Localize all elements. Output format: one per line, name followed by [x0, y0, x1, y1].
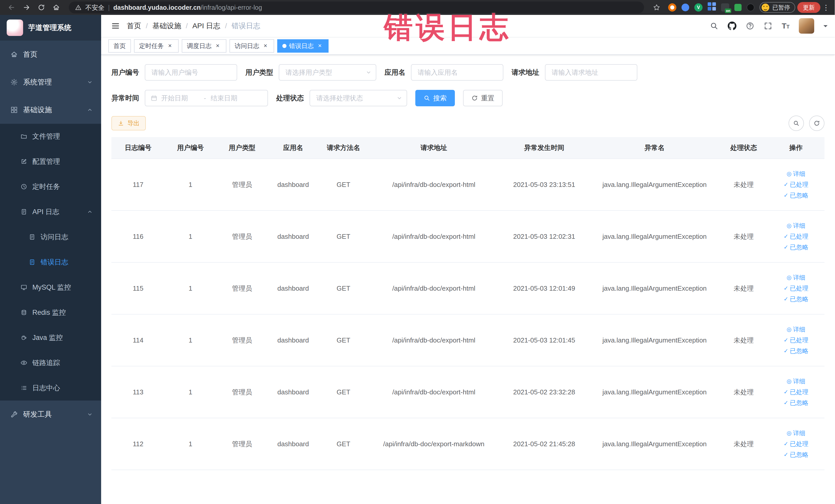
- action-ignore[interactable]: ✓已忽略: [784, 190, 808, 200]
- breadcrumb-infra[interactable]: 基础设施: [152, 21, 181, 31]
- user-id-input[interactable]: [145, 64, 237, 81]
- back-button[interactable]: [5, 1, 18, 14]
- tab-home[interactable]: 首页: [108, 39, 131, 53]
- action-ignore[interactable]: ✓已忽略: [784, 242, 808, 252]
- action-processed[interactable]: ✓已处理: [784, 387, 808, 397]
- breadcrumb-home[interactable]: 首页: [127, 21, 141, 31]
- sidebar-item-access-log[interactable]: 访问日志: [0, 224, 101, 249]
- profile-paused-button[interactable]: 已暂停: [759, 2, 795, 13]
- sidebar-item-error-log[interactable]: 错误日志: [0, 249, 101, 275]
- address-bar[interactable]: 不安全 | dashboard.yudao.iocoder.cn/infra/l…: [69, 2, 644, 13]
- sidebar-item-infra[interactable]: 基础设施: [0, 96, 101, 124]
- action-detail[interactable]: ◎详细: [787, 377, 805, 386]
- app-name-input[interactable]: [411, 64, 503, 81]
- tab-schedule-log[interactable]: 调度日志: [182, 39, 226, 53]
- browser-menu-icon[interactable]: ⋮: [822, 3, 830, 12]
- extension-leaf-icon[interactable]: [734, 4, 741, 11]
- font-size-icon[interactable]: TT: [781, 22, 790, 30]
- sidebar-logo-row[interactable]: 芋道管理系统: [0, 15, 101, 41]
- sidebar-item-log-center[interactable]: 日志中心: [0, 375, 101, 401]
- close-icon[interactable]: [316, 42, 323, 49]
- end-date-input[interactable]: [211, 94, 249, 102]
- action-detail[interactable]: ◎详细: [787, 428, 805, 438]
- search-icon: [424, 95, 430, 101]
- reload-button[interactable]: [35, 1, 48, 14]
- action-processed[interactable]: ✓已处理: [784, 439, 808, 449]
- check-icon: ✓: [784, 398, 788, 408]
- close-icon[interactable]: [214, 42, 221, 49]
- tab-scheduled-job[interactable]: 定时任务: [134, 39, 179, 53]
- action-processed[interactable]: ✓已处理: [784, 231, 808, 241]
- search-icon[interactable]: [710, 22, 718, 30]
- chrome-update-button[interactable]: 更新: [797, 2, 820, 13]
- search-button[interactable]: 搜索: [415, 90, 455, 106]
- action-detail[interactable]: ◎详细: [787, 169, 805, 179]
- extension-blue-icon[interactable]: [681, 4, 689, 11]
- extension-grid-icon[interactable]: [708, 2, 711, 6]
- tab-access-log[interactable]: 访问日志: [229, 39, 274, 53]
- sidebar-item-java-monitor[interactable]: Java 监控: [0, 325, 101, 350]
- sidebar-item-dev-tools[interactable]: 研发工具: [0, 401, 101, 428]
- process-status-select-input[interactable]: [309, 90, 407, 106]
- bookmark-star-icon[interactable]: [650, 1, 663, 14]
- export-button[interactable]: 导出: [111, 116, 146, 130]
- check-icon: ✓: [784, 439, 788, 449]
- check-icon: ✓: [784, 294, 788, 304]
- tab-error-log[interactable]: 错误日志: [277, 39, 329, 53]
- avatar[interactable]: [799, 18, 814, 34]
- extension-orange-icon[interactable]: [668, 3, 676, 12]
- action-detail[interactable]: ◎详细: [787, 221, 805, 230]
- sidebar-item-api-log[interactable]: API 日志: [0, 199, 101, 224]
- home-button[interactable]: [50, 1, 63, 14]
- breadcrumb-api-log[interactable]: API 日志: [192, 21, 221, 31]
- extension-green-circle-icon[interactable]: V: [694, 3, 702, 12]
- sidebar-item-trace[interactable]: 链路追踪: [0, 350, 101, 375]
- edit-icon: [21, 158, 27, 165]
- close-icon[interactable]: [262, 42, 269, 49]
- action-ignore[interactable]: ✓已忽略: [784, 450, 808, 460]
- fullscreen-icon[interactable]: [763, 22, 772, 30]
- action-ignore[interactable]: ✓已忽略: [784, 398, 808, 408]
- reset-button[interactable]: 重置: [463, 90, 503, 106]
- github-icon[interactable]: [728, 22, 736, 30]
- sidebar-item-file-manage[interactable]: 文件管理: [0, 124, 101, 149]
- sidebar-item-scheduled-job[interactable]: 定时任务: [0, 174, 101, 199]
- cell-user_id: 1: [165, 418, 216, 470]
- avatar-caret-icon[interactable]: [823, 25, 828, 29]
- sidebar-toggle-icon[interactable]: [108, 19, 123, 33]
- action-processed[interactable]: ✓已处理: [784, 180, 808, 189]
- process-status-select[interactable]: [309, 90, 407, 106]
- start-date-input[interactable]: [161, 94, 199, 102]
- forward-button[interactable]: [20, 1, 33, 14]
- action-detail[interactable]: ◎详细: [787, 324, 805, 334]
- refresh-table-button[interactable]: [809, 116, 824, 131]
- toggle-search-button[interactable]: [789, 116, 804, 131]
- app-title: 芋道管理系统: [28, 23, 72, 33]
- user-type-select-input[interactable]: [279, 64, 376, 81]
- tags-view-bar: 首页 定时任务 调度日志 访问日志 错误日志: [101, 38, 835, 55]
- action-processed[interactable]: ✓已处理: [784, 283, 808, 293]
- omnibox-divider: |: [108, 4, 110, 11]
- security-label: 不安全: [85, 3, 104, 12]
- user-type-select[interactable]: [279, 64, 376, 81]
- sidebar-item-config-manage[interactable]: 配置管理: [0, 149, 101, 174]
- sidebar-item-redis-monitor[interactable]: Redis 监控: [0, 300, 101, 325]
- cell-user_id: 1: [165, 314, 216, 366]
- cell-user_type: 管理员: [216, 262, 268, 314]
- date-range-picker[interactable]: -: [145, 90, 268, 106]
- extension-dark-icon[interactable]: on: [721, 3, 729, 12]
- action-ignore[interactable]: ✓已忽略: [784, 294, 808, 304]
- column-header: 应用名: [268, 137, 318, 159]
- sidebar-item-mysql-monitor[interactable]: MySQL 监控: [0, 275, 101, 300]
- action-detail[interactable]: ◎详细: [787, 273, 805, 282]
- sidebar-item-system[interactable]: 系统管理: [0, 68, 101, 96]
- sidebar-item-home[interactable]: 首页: [0, 41, 101, 68]
- action-processed[interactable]: ✓已处理: [784, 335, 808, 345]
- extension-paw-icon[interactable]: [747, 4, 754, 11]
- cell-user_type: 管理员: [216, 210, 268, 262]
- request-url-input[interactable]: [545, 64, 637, 81]
- close-icon[interactable]: [166, 42, 174, 49]
- action-ignore[interactable]: ✓已忽略: [784, 346, 808, 356]
- app-logo: [7, 20, 23, 36]
- help-icon[interactable]: [746, 22, 754, 30]
